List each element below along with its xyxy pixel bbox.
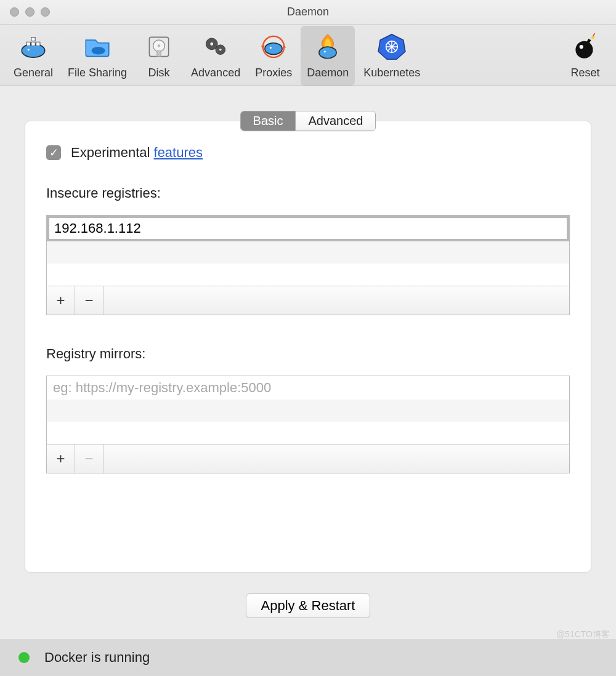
bomb-icon xyxy=(568,30,602,64)
status-indicator-icon xyxy=(18,652,30,663)
list-row-empty xyxy=(47,400,569,422)
mirror-placeholder-text: eg: https://my-registry.example:5000 xyxy=(53,380,271,395)
svg-point-19 xyxy=(319,47,336,58)
tab-label: Daemon xyxy=(307,66,349,79)
svg-point-12 xyxy=(210,42,214,46)
segment-advanced[interactable]: Advanced xyxy=(295,111,375,131)
svg-point-16 xyxy=(270,47,272,49)
insecure-registries-label: Insecure registries: xyxy=(46,185,570,201)
mirror-placeholder-row[interactable]: eg: https://my-registry.example:5000 xyxy=(47,376,569,400)
list-row-empty xyxy=(47,241,569,264)
svg-point-9 xyxy=(158,44,161,47)
reset-button[interactable]: Reset xyxy=(562,26,609,86)
svg-point-27 xyxy=(391,46,394,49)
segmented-control: Basic Advanced xyxy=(240,111,376,131)
svg-point-15 xyxy=(265,43,282,55)
gears-icon xyxy=(198,30,233,64)
settings-panel: ✓ Experimental features Insecure registr… xyxy=(25,121,591,573)
experimental-checkbox[interactable]: ✓ xyxy=(46,145,61,160)
status-text: Docker is running xyxy=(44,650,150,666)
folder-whale-icon xyxy=(80,30,115,64)
experimental-features-row: ✓ Experimental features xyxy=(46,145,570,161)
add-mirror-button[interactable]: + xyxy=(47,445,75,473)
tab-general[interactable]: General xyxy=(7,26,59,86)
experimental-prefix: Experimental xyxy=(71,145,154,160)
add-registry-button[interactable]: + xyxy=(47,286,75,315)
registry-mirrors-label: Registry mirrors: xyxy=(46,346,570,362)
zoom-window-button[interactable] xyxy=(41,7,50,17)
svg-rect-2 xyxy=(31,42,35,46)
minimize-window-button[interactable] xyxy=(25,7,34,17)
insecure-registries-list: + − xyxy=(46,215,570,315)
watermark: @51CTO博客 xyxy=(556,629,610,640)
tab-label: Kubernetes xyxy=(363,66,420,79)
mirrors-list-footer: + − xyxy=(47,444,569,473)
svg-point-6 xyxy=(92,47,105,55)
toolbar: General File Sharing Disk xyxy=(0,25,616,86)
tab-disk[interactable]: Disk xyxy=(136,26,182,86)
status-bar: Docker is running xyxy=(0,639,616,676)
tab-label: Proxies xyxy=(255,66,292,79)
tab-proxies[interactable]: Proxies xyxy=(249,26,298,86)
tab-label: General xyxy=(14,66,53,79)
svg-point-30 xyxy=(580,45,583,49)
svg-rect-1 xyxy=(26,42,30,46)
svg-rect-4 xyxy=(31,37,35,41)
tab-file-sharing[interactable]: File Sharing xyxy=(62,26,133,86)
tab-kubernetes[interactable]: Kubernetes xyxy=(357,26,426,86)
check-icon: ✓ xyxy=(49,147,59,158)
whale-icon xyxy=(16,30,51,64)
tab-label: Advanced xyxy=(191,66,240,79)
titlebar: Daemon xyxy=(0,0,616,25)
remove-registry-button[interactable]: − xyxy=(75,286,103,315)
kubernetes-icon xyxy=(375,30,409,64)
tab-label: Disk xyxy=(148,66,170,79)
svg-rect-10 xyxy=(157,50,161,56)
reset-label: Reset xyxy=(570,66,599,79)
window: Daemon General xyxy=(0,0,616,676)
whale-fire-icon xyxy=(310,30,345,64)
whale-arrows-icon xyxy=(256,30,291,64)
traffic-lights xyxy=(10,7,50,17)
window-title: Daemon xyxy=(0,6,616,18)
tab-advanced[interactable]: Advanced xyxy=(185,26,246,86)
tab-daemon[interactable]: Daemon xyxy=(301,26,355,86)
list-row-empty xyxy=(47,264,569,286)
svg-point-20 xyxy=(324,50,326,52)
apply-wrap: Apply & Restart xyxy=(25,573,591,639)
insecure-registry-input[interactable] xyxy=(47,215,569,241)
close-window-button[interactable] xyxy=(10,7,19,17)
apply-restart-button[interactable]: Apply & Restart xyxy=(246,594,371,618)
list-row-empty xyxy=(47,422,569,444)
svg-marker-17 xyxy=(282,45,286,48)
disk-icon xyxy=(142,30,176,64)
tab-label: File Sharing xyxy=(68,66,127,79)
svg-point-5 xyxy=(28,49,30,50)
svg-marker-18 xyxy=(261,46,265,49)
remove-mirror-button: − xyxy=(75,445,103,473)
segment-basic[interactable]: Basic xyxy=(241,111,296,131)
insecure-list-footer: + − xyxy=(47,286,569,315)
registry-mirrors-list: eg: https://my-registry.example:5000 + − xyxy=(46,376,570,473)
features-link[interactable]: features xyxy=(154,145,203,160)
main-content: Basic Advanced ✓ Experimental features I… xyxy=(0,86,616,639)
svg-rect-3 xyxy=(36,42,40,46)
svg-point-14 xyxy=(219,48,222,51)
svg-point-28 xyxy=(575,41,593,58)
